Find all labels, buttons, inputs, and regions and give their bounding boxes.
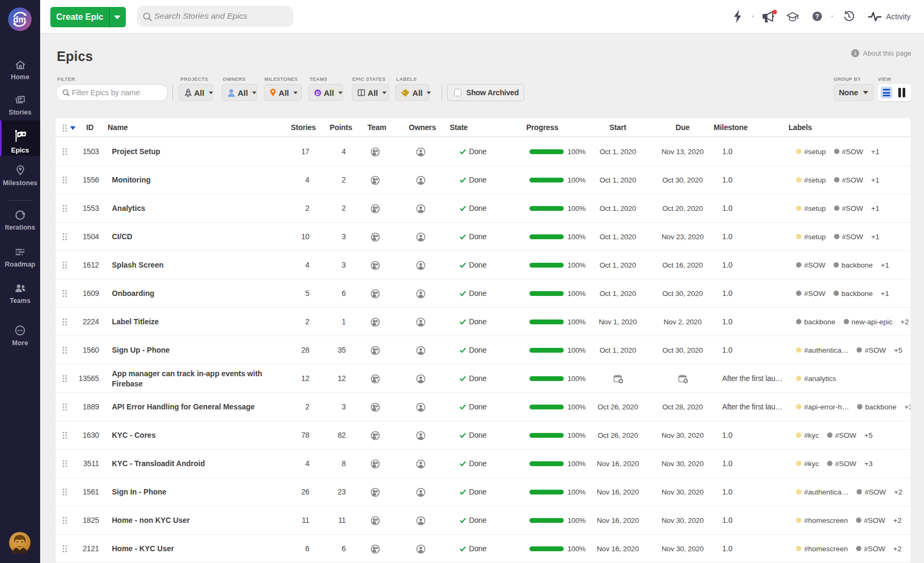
svg-text:?: ?	[815, 13, 819, 20]
